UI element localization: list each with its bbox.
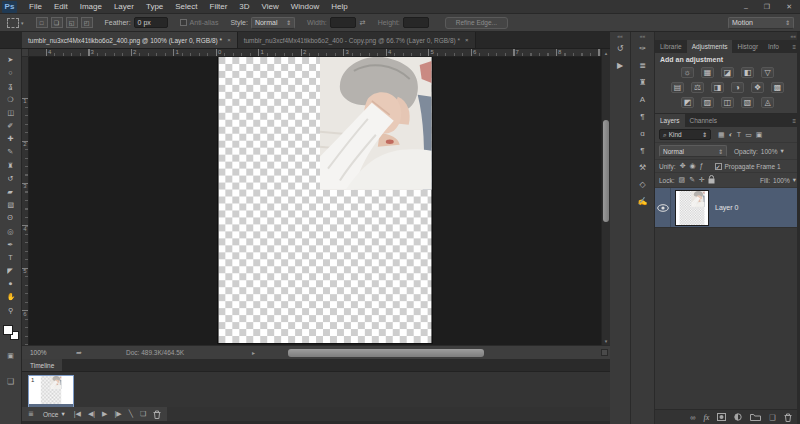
clone-stamp-tool[interactable]: ♜ (2, 159, 20, 172)
play-button[interactable]: ▶ (102, 410, 107, 418)
3d-panel-icon[interactable]: ◇ (631, 176, 654, 193)
new-selection-mode-button[interactable]: □ (36, 17, 48, 28)
actions-panel-icon[interactable]: ▶ (610, 57, 630, 74)
type-tool[interactable]: T (2, 251, 20, 264)
tool-preset-icon[interactable] (7, 18, 19, 28)
tab-histogram[interactable]: Histogr (732, 40, 763, 53)
menu-item[interactable]: Type (140, 2, 169, 11)
layer-filter-dropdown[interactable]: ⌕ Kind ⇕ (659, 129, 711, 140)
eraser-tool[interactable]: ▰ (2, 185, 20, 198)
restore-button[interactable]: ❐ (764, 3, 770, 11)
menu-item[interactable]: Window (285, 2, 325, 11)
zoom-level[interactable]: 100% (30, 349, 47, 356)
fill-value[interactable]: 100% (773, 177, 790, 184)
antialias-checkbox[interactable] (180, 19, 187, 26)
eyedropper-tool[interactable]: ✐ (2, 119, 20, 132)
width-input[interactable] (330, 17, 356, 28)
posterize-adjustment-button[interactable]: ▨ (701, 97, 714, 108)
zoom-tool[interactable]: ⚲ (2, 304, 20, 317)
previous-frame-button[interactable]: ◀| (88, 410, 95, 418)
first-frame-button[interactable]: |◀ (74, 410, 81, 418)
brush-settings-panel-icon[interactable]: ≣ (631, 57, 654, 74)
delete-layer-button[interactable] (784, 413, 792, 422)
height-input[interactable] (403, 17, 429, 28)
hand-tool[interactable]: ✋ (2, 290, 20, 303)
collapse-dock-icon[interactable]: «« (655, 32, 800, 40)
layer-visibility-toggle[interactable] (655, 188, 671, 227)
crop-tool[interactable]: ◫ (2, 106, 20, 119)
move-tool[interactable]: ➤ (2, 53, 20, 66)
opacity-value[interactable]: 100% (761, 148, 778, 155)
black-white-adjustment-button[interactable]: ◨ (711, 82, 724, 93)
document-tab-1[interactable]: tumblr_nu3xcf4Mx41tikbo6o2_400.png @ 100… (22, 32, 238, 48)
screen-mode-button[interactable]: ❏ (2, 375, 20, 388)
gradient-map-adjustment-button[interactable]: ▧ (741, 97, 754, 108)
menu-item[interactable]: Help (325, 2, 353, 11)
tab-close-icon[interactable]: × (465, 37, 469, 43)
lock-transparent-pixels-button[interactable]: ▨ (679, 176, 686, 184)
menu-item[interactable]: Layer (108, 2, 140, 11)
filter-shape-layers-button[interactable]: ▭ (745, 131, 752, 139)
style-dropdown[interactable]: Normal⇕ (251, 17, 295, 29)
intersect-selection-mode-button[interactable]: ◰ (81, 17, 93, 28)
unify-style-button[interactable]: ƒ (700, 162, 704, 170)
filter-pixel-layers-button[interactable]: ▦ (718, 131, 725, 139)
dodge-tool[interactable]: ◎ (2, 224, 20, 237)
menu-item[interactable]: Select (169, 2, 203, 11)
tab-libraries[interactable]: Librarie (655, 40, 687, 53)
history-brush-tool[interactable]: ↺ (2, 172, 20, 185)
new-adjustment-layer-button[interactable] (734, 413, 742, 421)
new-group-button[interactable] (750, 413, 761, 421)
vibrance-adjustment-button[interactable]: ▽ (761, 67, 774, 78)
quick-mask-button[interactable]: ▣ (2, 350, 20, 363)
notes-panel-icon[interactable]: ✍ (631, 193, 654, 210)
vertical-scroll-thumb[interactable] (603, 120, 609, 222)
swap-dimensions-icon[interactable]: ⇄ (360, 19, 366, 27)
menu-item[interactable]: View (256, 2, 285, 11)
layer-name[interactable]: Layer 0 (715, 204, 738, 211)
history-panel-icon[interactable]: ↺ (610, 40, 630, 57)
minimize-button[interactable]: – (744, 4, 748, 11)
brush-tool[interactable]: ✎ (2, 145, 20, 158)
caret-down-icon[interactable]: ▾ (780, 147, 783, 155)
unify-position-button[interactable]: ✥ (680, 162, 686, 170)
tool-presets-panel-icon[interactable]: ⚒ (631, 159, 654, 176)
photo-filter-adjustment-button[interactable]: ◑ (731, 82, 744, 93)
subtract-from-selection-mode-button[interactable]: ◱ (66, 17, 78, 28)
blur-tool[interactable]: ʘ (2, 211, 20, 224)
scroll-down-icon[interactable]: ▾ (602, 338, 610, 344)
filter-smart-objects-button[interactable]: ▣ (756, 131, 763, 139)
path-selection-tool[interactable]: ◤ (2, 264, 20, 277)
loop-count-dropdown[interactable]: Once ▾ (41, 410, 67, 418)
add-layer-mask-button[interactable] (717, 413, 726, 421)
color-balance-adjustment-button[interactable]: ⚖ (691, 82, 704, 93)
channel-mixer-adjustment-button[interactable]: ❖ (751, 82, 764, 93)
add-to-selection-mode-button[interactable]: ❏ (51, 17, 63, 28)
new-layer-button[interactable]: ❑ (769, 413, 776, 422)
tool-preset-caret-icon[interactable]: ▾ (21, 20, 24, 26)
spot-healing-tool[interactable]: ✚ (2, 132, 20, 145)
character-styles-panel-icon[interactable]: ɑ (631, 125, 654, 142)
menu-item[interactable]: Image (74, 2, 108, 11)
lock-position-button[interactable]: ✛ (699, 176, 705, 184)
lock-image-pixels-button[interactable]: ✎ (689, 176, 695, 184)
canvas-artwork[interactable] (218, 57, 432, 343)
share-icon[interactable]: ➦ (76, 349, 82, 357)
scroll-up-icon[interactable]: ▴ (602, 50, 610, 56)
horizontal-scroll-thumb[interactable] (288, 349, 484, 357)
status-flyout-icon[interactable]: ▸ (252, 349, 255, 356)
menu-item[interactable]: Edit (48, 2, 74, 11)
tab-info[interactable]: Info (763, 40, 784, 53)
duplicate-frame-button[interactable]: ❏ (140, 410, 146, 418)
collapse-dock-icon[interactable]: «« (640, 32, 646, 40)
lock-all-button[interactable] (708, 175, 715, 185)
quick-selection-tool[interactable]: ❍ (2, 93, 20, 106)
workspace-dropdown[interactable]: Motion⇕ (728, 17, 794, 29)
color-lookup-adjustment-button[interactable]: ▩ (771, 82, 784, 93)
marquee-tool[interactable]: ○ (2, 66, 20, 79)
tab-adjustments[interactable]: Adjustments (687, 40, 733, 53)
collapse-dock-icon[interactable]: «« (617, 32, 623, 40)
filter-adjustment-layers-button[interactable]: ◐ (729, 131, 733, 139)
tab-timeline[interactable]: Timeline (22, 359, 62, 371)
convert-to-video-timeline-icon[interactable]: ≣ (28, 410, 34, 418)
